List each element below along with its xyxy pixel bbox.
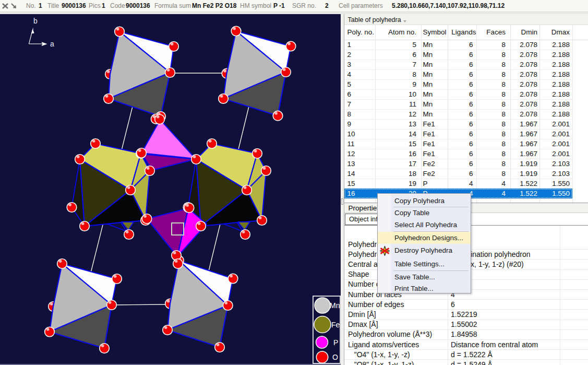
svg-text:b: b (33, 17, 38, 25)
svg-text:Fe: Fe (331, 321, 340, 329)
svg-text:Mn: Mn (330, 301, 340, 310)
svg-text:P: P (333, 338, 338, 347)
svg-text:a: a (50, 40, 54, 48)
svg-text:O: O (332, 353, 338, 361)
